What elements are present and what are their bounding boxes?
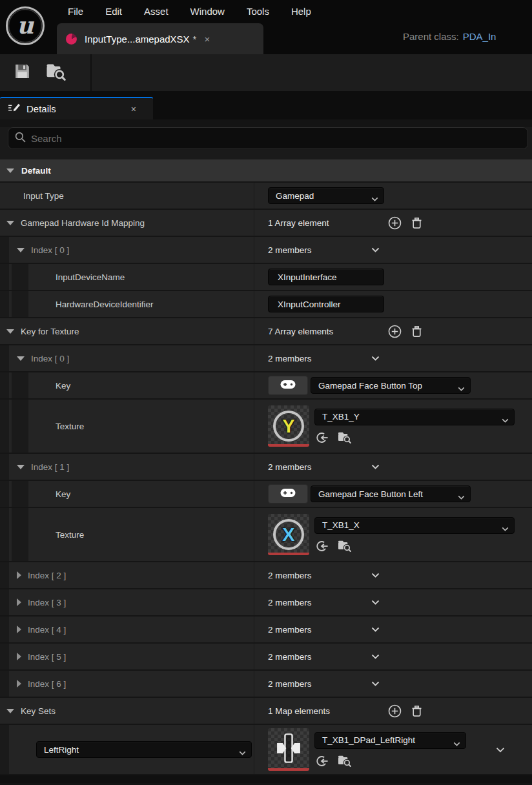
texture-asset-dropdown[interactable]: T_XB1_DPad_LeftRight xyxy=(314,732,466,749)
menu-file[interactable]: File xyxy=(57,6,94,17)
folder-search-icon xyxy=(46,63,66,83)
row-key-for-texture[interactable]: Key for Texture 7 Array elements xyxy=(0,318,532,344)
texture-asset-dropdown[interactable]: T_XB1_Y xyxy=(314,409,515,425)
panel-bottom-edge xyxy=(0,775,532,783)
row-index-4[interactable]: Index [ 4 ] 2 members xyxy=(0,617,532,642)
chevron-down-icon[interactable] xyxy=(371,681,380,686)
row-key-face-button-left[interactable]: Key Gamepad Face Button Left xyxy=(0,481,532,507)
dropdown-value: LeftRight xyxy=(44,745,79,755)
menu-asset[interactable]: Asset xyxy=(133,6,179,17)
row-texture-x[interactable]: Texture X T_XB1_X xyxy=(0,508,532,561)
delete-all-button[interactable] xyxy=(412,218,422,229)
chevron-down-icon[interactable] xyxy=(371,600,380,605)
delete-all-button[interactable] xyxy=(412,326,422,337)
use-selected-asset-button[interactable] xyxy=(316,540,329,553)
row-index-0-texture[interactable]: Index [ 0 ] 2 members xyxy=(0,345,532,371)
texture-thumbnail[interactable]: X xyxy=(268,514,309,555)
keyset-key-dropdown[interactable]: LeftRight xyxy=(36,741,252,758)
expand-arrow-icon[interactable] xyxy=(17,653,21,660)
chevron-down-icon[interactable] xyxy=(371,356,380,361)
members-count-label: 2 members xyxy=(268,625,371,635)
search-input[interactable] xyxy=(31,133,521,144)
search-field[interactable] xyxy=(8,127,528,149)
row-index-5[interactable]: Index [ 5 ] 2 members xyxy=(0,644,532,669)
hardware-device-identifier-field[interactable]: XInputController xyxy=(268,296,384,312)
texture-asset-dropdown[interactable]: T_XB1_X xyxy=(314,517,515,534)
asset-editor-tab[interactable]: InputType...amepadXSX * × xyxy=(57,23,263,54)
row-texture-y[interactable]: Texture Y T_XB1_Y xyxy=(0,400,532,453)
details-dock-bar: Details × xyxy=(0,91,532,119)
browse-to-asset-icon[interactable] xyxy=(338,755,351,767)
add-element-button[interactable] xyxy=(388,325,402,338)
menu-help[interactable]: Help xyxy=(280,6,322,17)
delete-all-button[interactable] xyxy=(412,706,422,717)
index-label: Index [ 2 ] xyxy=(28,571,66,580)
expand-arrow-icon[interactable] xyxy=(17,571,21,579)
row-input-device-name[interactable]: InputDeviceName XInputInterface xyxy=(0,264,532,290)
indent-rail xyxy=(0,345,9,371)
collapse-arrow-icon[interactable] xyxy=(6,168,14,173)
field-value: XInputController xyxy=(278,300,341,309)
parent-class-link[interactable]: PDA_In xyxy=(463,31,496,42)
chevron-down-icon[interactable] xyxy=(371,627,380,632)
tab-close-icon[interactable]: × xyxy=(204,34,210,45)
expand-arrow-icon[interactable] xyxy=(17,680,21,688)
row-index-1-texture[interactable]: Index [ 1 ] 2 members xyxy=(0,454,532,480)
row-hardware-device-identifier[interactable]: HardwareDeviceIdentifier XInputControlle… xyxy=(0,291,532,317)
row-input-type[interactable]: Input Type Gamepad xyxy=(0,183,532,209)
expand-arrow-icon[interactable] xyxy=(17,356,25,361)
input-type-dropdown[interactable]: Gamepad xyxy=(268,187,384,204)
button-ring: X xyxy=(273,519,304,550)
key-dropdown[interactable]: Gamepad Face Button Top xyxy=(311,377,471,394)
row-index-0-hardware[interactable]: Index [ 0 ] 2 members xyxy=(0,237,532,263)
chevron-down-icon[interactable] xyxy=(371,654,380,659)
key-dropdown[interactable]: Gamepad Face Button Left xyxy=(311,485,471,502)
use-selected-asset-button[interactable] xyxy=(316,755,329,768)
chevron-down-icon[interactable] xyxy=(371,247,380,252)
row-index-6[interactable]: Index [ 6 ] 2 members xyxy=(0,671,532,697)
row-index-2[interactable]: Index [ 2 ] 2 members xyxy=(0,562,532,588)
use-selected-asset-button[interactable] xyxy=(316,431,329,444)
details-panel-tab[interactable]: Details × xyxy=(0,97,153,119)
row-key-face-button-top[interactable]: Key Gamepad Face Button Top xyxy=(0,372,532,398)
input-device-name-field[interactable]: XInputInterface xyxy=(268,269,384,285)
expand-arrow-icon[interactable] xyxy=(6,221,14,225)
indent-rail xyxy=(12,372,28,398)
button-ring: Y xyxy=(273,411,304,442)
chevron-down-icon[interactable] xyxy=(371,464,380,469)
texture-thumbnail[interactable]: Y xyxy=(268,405,309,447)
chevron-down-icon[interactable] xyxy=(371,573,380,578)
texture-type-color-bar xyxy=(268,553,309,555)
row-key-sets[interactable]: Key Sets 1 Map elements xyxy=(0,698,532,724)
chevron-down-icon[interactable] xyxy=(496,747,505,753)
category-default[interactable]: Default xyxy=(0,159,532,181)
expand-arrow-icon[interactable] xyxy=(6,709,14,713)
key-category-button[interactable] xyxy=(268,376,308,395)
texture-type-color-bar xyxy=(268,444,309,447)
expand-arrow-icon[interactable] xyxy=(17,598,21,606)
row-keyset-leftright[interactable]: LeftRight xyxy=(0,725,532,774)
property-label: Input Type xyxy=(0,191,64,201)
add-element-button[interactable] xyxy=(388,704,402,718)
expand-arrow-icon[interactable] xyxy=(17,465,25,469)
browse-to-asset-icon[interactable] xyxy=(338,431,351,443)
dpad-texture-thumbnail[interactable] xyxy=(268,728,309,771)
texture-type-color-bar xyxy=(268,768,309,771)
row-gamepad-hardware-id-mapping[interactable]: Gamepad Hardware Id Mapping 1 Array elem… xyxy=(0,210,532,236)
menu-edit[interactable]: Edit xyxy=(94,6,133,17)
expand-arrow-icon[interactable] xyxy=(17,626,21,633)
menu-tools[interactable]: Tools xyxy=(236,6,280,17)
add-element-button[interactable] xyxy=(388,216,402,230)
key-category-button[interactable] xyxy=(268,484,308,504)
chevron-down-icon xyxy=(239,748,246,757)
asset-toolbar xyxy=(0,54,532,91)
menu-window[interactable]: Window xyxy=(179,6,236,17)
details-close-icon[interactable]: × xyxy=(131,104,136,114)
field-value: XInputInterface xyxy=(278,272,337,282)
expand-arrow-icon[interactable] xyxy=(6,329,14,334)
row-index-3[interactable]: Index [ 3 ] 2 members xyxy=(0,589,532,615)
browse-to-asset-icon[interactable] xyxy=(338,540,351,552)
save-button[interactable] xyxy=(5,59,39,87)
expand-arrow-icon[interactable] xyxy=(17,248,25,252)
browse-to-asset-button[interactable] xyxy=(39,59,72,87)
